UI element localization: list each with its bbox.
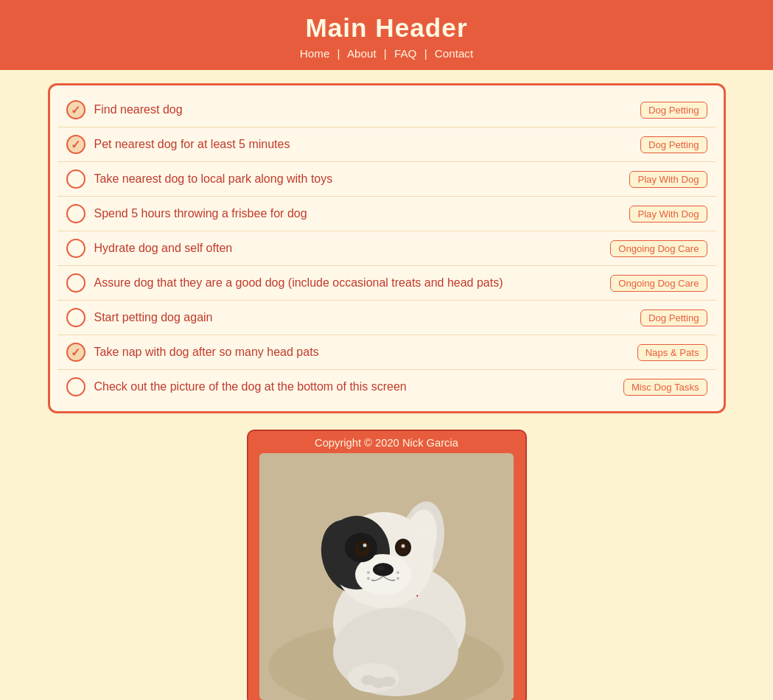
todo-left: Start petting dog again <box>66 308 213 327</box>
todo-text: Check out the picture of the dog at the … <box>94 380 407 393</box>
todo-tag: Dog Petting <box>640 309 707 326</box>
todo-left: Hydrate dog and self often <box>66 239 233 258</box>
todo-checkbox[interactable] <box>66 169 85 189</box>
todo-text: Take nap with dog after so many head pat… <box>94 346 319 359</box>
nav-sep-1: | <box>337 47 340 60</box>
svg-point-27 <box>381 676 396 687</box>
todo-container: Find nearest dogDog PettingPet nearest d… <box>48 83 726 413</box>
todo-item: Spend 5 hours throwing a frisbee for dog… <box>57 197 716 231</box>
nav-contact[interactable]: Contact <box>435 47 473 60</box>
todo-item: Hydrate dog and self oftenOngoing Dog Ca… <box>57 231 716 266</box>
svg-point-30 <box>396 571 399 574</box>
todo-list: Find nearest dogDog PettingPet nearest d… <box>57 93 716 404</box>
todo-checkbox[interactable] <box>66 343 85 362</box>
svg-point-29 <box>367 577 370 580</box>
todo-checkbox[interactable] <box>66 204 85 223</box>
nav-sep-2: | <box>384 47 387 60</box>
todo-tag: Dog Petting <box>640 102 707 119</box>
todo-checkbox[interactable] <box>66 377 85 396</box>
todo-left: Pet nearest dog for at least 5 minutes <box>66 135 290 154</box>
svg-point-23 <box>377 566 385 570</box>
nav-about[interactable]: About <box>347 47 377 60</box>
dog-image <box>259 453 514 700</box>
todo-left: Assure dog that they are a good dog (inc… <box>66 273 503 293</box>
copyright-text: Copyright © 2020 Nick Garcia <box>248 431 525 453</box>
main-nav: Home | About | FAQ | Contact <box>15 47 758 60</box>
todo-checkbox[interactable] <box>66 135 85 154</box>
todo-tag: Ongoing Dog Care <box>610 240 707 257</box>
todo-text: Start petting dog again <box>94 311 213 324</box>
todo-text: Spend 5 hours throwing a frisbee for dog <box>94 207 307 220</box>
todo-left: Take nap with dog after so many head pat… <box>66 343 319 362</box>
todo-checkbox[interactable] <box>66 273 85 293</box>
nav-faq[interactable]: FAQ <box>394 47 416 60</box>
todo-item: Pet nearest dog for at least 5 minutesDo… <box>57 127 716 162</box>
todo-tag: Play With Dog <box>629 171 707 188</box>
todo-text: Assure dog that they are a good dog (inc… <box>94 276 503 290</box>
todo-tag: Dog Petting <box>640 136 707 153</box>
todo-tag: Ongoing Dog Care <box>610 275 707 292</box>
todo-tag: Naps & Pats <box>637 344 707 361</box>
todo-left: Find nearest dog <box>66 100 183 119</box>
todo-checkbox[interactable] <box>66 308 85 327</box>
todo-text: Find nearest dog <box>94 103 183 116</box>
todo-left: Spend 5 hours throwing a frisbee for dog <box>66 204 307 223</box>
todo-item: Take nap with dog after so many head pat… <box>57 335 716 370</box>
svg-point-28 <box>367 571 370 574</box>
svg-point-31 <box>396 577 399 580</box>
todo-text: Take nearest dog to local park along wit… <box>94 172 333 186</box>
todo-tag: Misc Dog Tasks <box>623 379 707 396</box>
todo-left: Take nearest dog to local park along wit… <box>66 169 333 189</box>
todo-item: Find nearest dogDog Petting <box>57 93 716 127</box>
todo-left: Check out the picture of the dog at the … <box>66 377 407 396</box>
main-title: Main Header <box>15 13 758 43</box>
nav-sep-3: | <box>424 47 427 60</box>
todo-text: Pet nearest dog for at least 5 minutes <box>94 138 290 151</box>
todo-checkbox[interactable] <box>66 100 85 119</box>
todo-tag: Play With Dog <box>629 206 707 223</box>
todo-item: Take nearest dog to local park along wit… <box>57 162 716 197</box>
todo-item: Start petting dog againDog Petting <box>57 301 716 335</box>
nav-home[interactable]: Home <box>300 47 330 60</box>
site-header: Main Header Home | About | FAQ | Contact <box>0 0 773 70</box>
todo-checkbox[interactable] <box>66 239 85 258</box>
todo-item: Check out the picture of the dog at the … <box>57 370 716 404</box>
svg-point-21 <box>402 545 405 548</box>
svg-point-18 <box>363 544 367 547</box>
footer-box: Copyright © 2020 Nick Garcia <box>247 430 527 700</box>
todo-item: Assure dog that they are a good dog (inc… <box>57 266 716 301</box>
todo-text: Hydrate dog and self often <box>94 242 233 255</box>
